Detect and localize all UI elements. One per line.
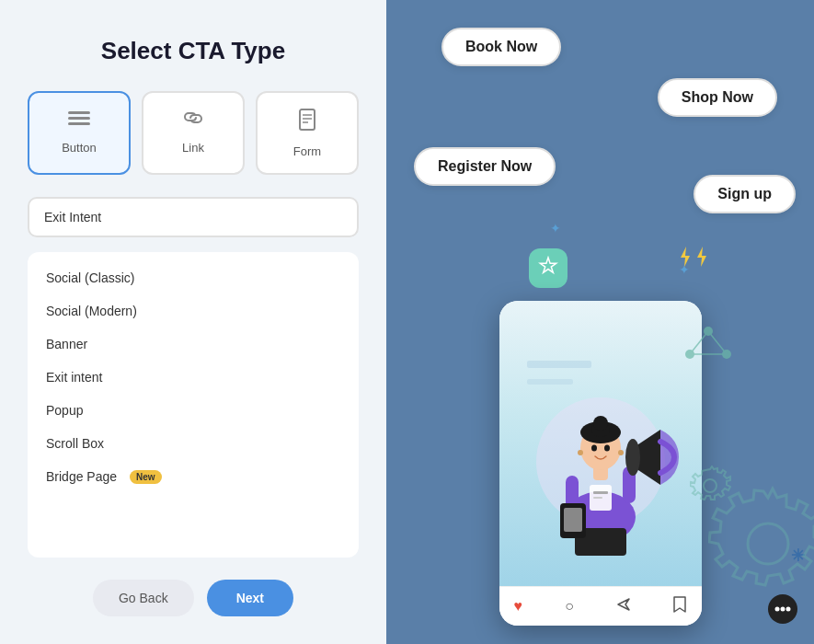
right-panel: Book Now Shop Now Register Now Sign up ✳… [386, 0, 814, 644]
bottom-buttons: Go Back Next [28, 580, 359, 616]
svg-point-22 [618, 450, 624, 455]
type-list: Social (Classic) Social (Modern) Banner … [28, 252, 359, 558]
circle-icon: ○ [565, 598, 574, 615]
svg-point-31 [748, 523, 788, 564]
svg-rect-10 [527, 379, 573, 385]
svg-rect-9 [527, 361, 591, 368]
phone-bottom-bar: ♥ ○ [499, 586, 702, 626]
svg-point-21 [578, 450, 583, 455]
left-panel: Select CTA Type Button Link [0, 0, 386, 644]
go-back-button[interactable]: Go Back [93, 580, 194, 616]
list-item-social-modern[interactable]: Social (Modern) [28, 294, 359, 328]
svg-point-32 [704, 479, 717, 492]
svg-rect-27 [593, 491, 608, 494]
svg-point-18 [593, 416, 608, 431]
social-modern-label: Social (Modern) [46, 304, 137, 318]
list-item-popup[interactable]: Popup [28, 394, 359, 427]
send-icon [616, 597, 631, 615]
svg-rect-1 [68, 117, 90, 120]
cta-card-button[interactable]: Button [28, 91, 131, 175]
svg-point-40 [781, 607, 785, 612]
svg-marker-8 [697, 247, 706, 267]
shop-now-btn[interactable]: Shop Now [658, 78, 777, 117]
svg-point-30 [625, 439, 640, 476]
cta-type-cards: Button Link Form [28, 91, 359, 175]
button-icon [66, 108, 92, 133]
sparkle-deco: ✦ [550, 221, 561, 236]
next-button[interactable]: Next [207, 580, 293, 616]
exit-intent-dropdown[interactable]: Exit Intent [28, 197, 359, 237]
cta-card-link-label: Link [182, 141, 204, 155]
register-now-btn[interactable]: Register Now [414, 147, 556, 186]
list-item-social-classic[interactable]: Social (Classic) [28, 261, 359, 294]
gear-small-deco [690, 466, 731, 511]
svg-line-37 [708, 331, 727, 354]
svg-rect-3 [300, 109, 315, 130]
sign-up-btn[interactable]: Sign up [694, 175, 796, 213]
bridge-page-label: Bridge Page [46, 469, 117, 484]
list-item-banner[interactable]: Banner [28, 328, 359, 361]
svg-rect-2 [68, 122, 90, 125]
star-bubble [529, 248, 568, 288]
phone-mockup: ♥ ○ [499, 301, 702, 626]
heart-icon: ♥ [514, 598, 523, 615]
book-now-btn[interactable]: Book Now [441, 28, 561, 66]
dropdown-value: Exit Intent [44, 210, 101, 224]
svg-rect-0 [68, 111, 90, 114]
link-icon [180, 108, 206, 133]
illustration-svg [509, 305, 693, 581]
list-item-bridge-page[interactable]: Bridge Page New [28, 460, 359, 493]
cta-card-link[interactable]: Link [142, 91, 245, 175]
banner-label: Banner [46, 337, 87, 351]
notification-dots [768, 594, 797, 624]
form-icon [294, 108, 320, 137]
svg-point-39 [775, 607, 780, 612]
network-deco [681, 313, 736, 372]
new-badge: New [130, 470, 162, 484]
phone-content [499, 301, 702, 586]
list-item-exit-intent[interactable]: Exit intent [28, 361, 359, 394]
cta-card-button-label: Button [62, 141, 97, 155]
svg-marker-7 [681, 247, 690, 267]
social-classic-label: Social (Classic) [46, 270, 134, 285]
svg-point-19 [591, 445, 597, 452]
svg-rect-25 [564, 508, 582, 532]
svg-line-36 [690, 331, 708, 354]
popup-label: Popup [46, 403, 83, 418]
cta-card-form-label: Form [293, 144, 321, 158]
svg-rect-28 [593, 497, 602, 499]
page-title: Select CTA Type [28, 37, 359, 65]
list-item-scroll-box[interactable]: Scroll Box [28, 427, 359, 460]
exit-intent-label: Exit intent [46, 370, 102, 385]
svg-point-41 [786, 607, 791, 612]
cta-card-form[interactable]: Form [256, 91, 359, 175]
scroll-box-label: Scroll Box [46, 436, 104, 451]
bookmark-icon [673, 596, 686, 616]
lightning-deco [679, 247, 708, 267]
svg-point-20 [604, 445, 610, 452]
